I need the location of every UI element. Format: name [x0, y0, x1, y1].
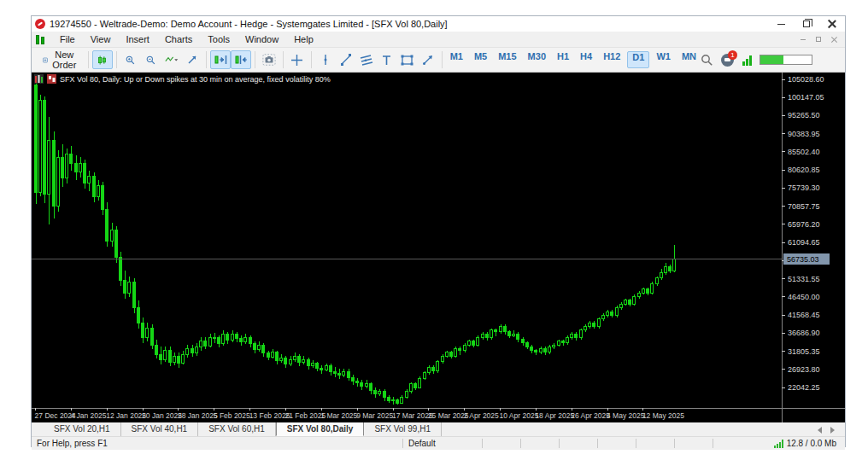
menu-tools[interactable]: Tools — [200, 32, 238, 46]
chart-tab-bar: SFX Vol 20,H1SFX Vol 40,H1SFX Vol 60,H1S… — [32, 422, 845, 437]
text-tool-button[interactable] — [377, 50, 397, 69]
menu-window[interactable]: Window — [238, 32, 286, 46]
svg-text:26 Apr 2025: 26 Apr 2025 — [571, 411, 610, 420]
scale-button[interactable] — [182, 50, 202, 69]
minimize-button[interactable] — [768, 16, 794, 32]
svg-text:13 Feb 2025: 13 Feb 2025 — [249, 411, 290, 420]
auto-scroll-button[interactable] — [210, 50, 231, 69]
restore-icon — [803, 20, 810, 27]
window-title: 19274550 - Weltrade-Demo: Demo Account -… — [50, 19, 448, 29]
svg-text:1 Mar 2025: 1 Mar 2025 — [320, 411, 357, 420]
svg-text:17 Mar 2025: 17 Mar 2025 — [392, 411, 433, 420]
statusbar-cell — [713, 437, 751, 450]
metatrader-logo-icon — [35, 34, 47, 44]
equidistant-channel-button[interactable] — [356, 50, 377, 69]
menu-view[interactable]: View — [83, 32, 119, 46]
crosshair-button[interactable] — [287, 50, 308, 69]
svg-text:65976.20: 65976.20 — [788, 220, 820, 229]
rectangle-tool-button[interactable] — [397, 50, 418, 69]
chart-tab-sfx-vol-60-h1[interactable]: SFX Vol 60,H1 — [198, 422, 276, 436]
svg-text:36686.90: 36686.90 — [788, 329, 820, 337]
status-profile[interactable]: Default — [403, 437, 482, 450]
vertical-line-icon — [321, 54, 330, 66]
timeframe-buttons: M1M5M15M30H1H4H12D1W1MN — [446, 51, 701, 68]
indicators-dropdown-button[interactable] — [161, 50, 182, 69]
mdi-close-button[interactable] — [828, 34, 840, 44]
new-order-icon — [43, 55, 48, 65]
menu-insert[interactable]: Insert — [118, 32, 157, 46]
statusbar-cell — [636, 437, 674, 450]
zoom-out-button[interactable] — [141, 50, 161, 69]
title-bar[interactable]: 19274550 - Weltrade-Demo: Demo Account -… — [32, 16, 845, 32]
menu-charts[interactable]: Charts — [157, 32, 200, 46]
chart-tab-sfx-vol-40-h1[interactable]: SFX Vol 40,H1 — [121, 422, 199, 436]
statusbar-cell — [483, 437, 520, 450]
close-button[interactable] — [819, 16, 845, 32]
data-progress-bar — [760, 55, 812, 65]
svg-text:80620.85: 80620.85 — [788, 166, 820, 174]
menu-items: FileViewInsertChartsToolsWindowHelp — [52, 32, 321, 46]
svg-text:22042.25: 22042.25 — [788, 383, 820, 392]
vertical-line-button[interactable] — [315, 50, 336, 69]
menu-file[interactable]: File — [52, 32, 83, 46]
status-bar: For Help, press F1 Default 12.8 / 0.0 Mb — [32, 437, 845, 450]
restore-button[interactable] — [794, 16, 819, 32]
timeframe-m5-button[interactable]: M5 — [470, 51, 491, 68]
chart-tab-sfx-vol-20-h1[interactable]: SFX Vol 20,H1 — [44, 422, 121, 436]
chart-shift-button[interactable] — [231, 50, 251, 69]
chart-symbol-text: SFX Vol 80, Daily: Up or Down spikes at … — [60, 75, 331, 84]
tab-scroll-right-icon[interactable] — [830, 427, 835, 434]
chart-tab-sfx-vol-99-h1[interactable]: SFX Vol 99,H1 — [364, 422, 442, 436]
svg-text:12 Jan 2025: 12 Jan 2025 — [106, 411, 146, 420]
svg-text:31805.35: 31805.35 — [788, 347, 820, 356]
mdi-window-controls — [797, 34, 845, 44]
tab-scroll-left-icon[interactable] — [818, 427, 822, 434]
status-traffic: 12.8 / 0.0 Mb — [751, 437, 845, 450]
minimize-icon — [777, 24, 785, 25]
search-icon[interactable] — [701, 54, 713, 67]
new-order-button[interactable]: New Order — [35, 50, 85, 69]
bar-chart-mini-icon — [34, 74, 44, 84]
svg-text:51331.55: 51331.55 — [788, 275, 820, 283]
candlestick-chart-button[interactable] — [92, 50, 113, 69]
svg-text:2 Apr 2025: 2 Apr 2025 — [464, 411, 499, 420]
timeframe-mn-button[interactable]: MN — [677, 51, 701, 68]
chart-tab-sfx-vol-80-daily[interactable]: SFX Vol 80,Daily — [276, 422, 365, 436]
statusbar-cell — [521, 437, 559, 450]
timeframe-h12-button[interactable]: H12 — [599, 51, 625, 68]
zoom-out-icon — [146, 55, 155, 65]
timeframe-m30-button[interactable]: M30 — [524, 51, 550, 68]
svg-text:26923.80: 26923.80 — [788, 365, 820, 374]
statusbar-cell — [560, 437, 597, 450]
notification-badge: 1 — [728, 50, 737, 60]
chart-area[interactable]: SFX Vol 80, Daily: Up or Down spikes at … — [32, 73, 845, 422]
timeframe-h4-button[interactable]: H4 — [576, 51, 596, 68]
candlestick-chart[interactable]: 105028.60100147.0595265.5090383.9585502.… — [32, 73, 845, 422]
trendline-button[interactable] — [336, 50, 356, 69]
window-controls — [768, 16, 845, 32]
toolbar: New Order — [32, 47, 845, 73]
timeframe-d1-button[interactable]: D1 — [627, 51, 649, 68]
timeframe-h1-button[interactable]: H1 — [553, 51, 573, 68]
screenshot-button[interactable] — [259, 50, 279, 69]
zoom-in-button[interactable] — [120, 50, 141, 69]
arrow-line-button[interactable] — [418, 50, 438, 69]
menu-help[interactable]: Help — [286, 32, 321, 46]
auto-scroll-icon — [214, 54, 227, 66]
chart-shift-icon — [234, 54, 248, 66]
timeframe-w1-button[interactable]: W1 — [652, 51, 675, 68]
desktop: 19274550 - Weltrade-Demo: Demo Account -… — [0, 0, 868, 466]
svg-text:18 Apr 2025: 18 Apr 2025 — [535, 411, 574, 420]
notifications-button[interactable]: 1 — [721, 53, 735, 67]
timeframe-m15-button[interactable]: M15 — [494, 51, 520, 68]
text-tool-icon — [381, 55, 392, 66]
candlestick-chart-icon — [97, 55, 107, 65]
svg-text:56735.03: 56735.03 — [787, 255, 819, 264]
new-order-label: New Order — [52, 50, 77, 70]
mdi-restore-button[interactable] — [812, 34, 824, 44]
mdi-minimize-button[interactable] — [797, 34, 809, 44]
svg-text:12 May 2025: 12 May 2025 — [642, 411, 684, 420]
chart-symbol-label: SFX Vol 80, Daily: Up or Down spikes at … — [34, 74, 331, 84]
svg-text:70857.75: 70857.75 — [788, 202, 820, 211]
timeframe-m1-button[interactable]: M1 — [446, 51, 467, 68]
